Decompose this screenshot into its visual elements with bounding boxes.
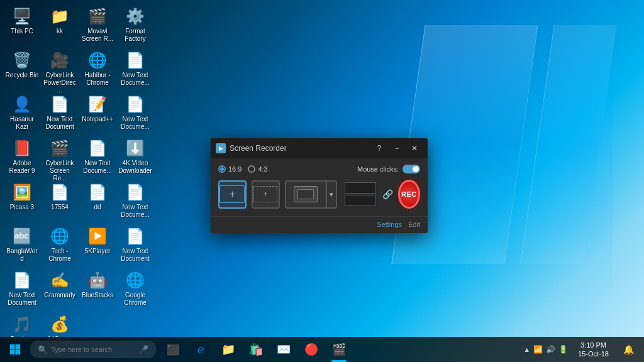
icon-label-new-text-doc5: New Text Docume... [118, 204, 152, 219]
icon-image-new-text-doc2: 📄 [50, 94, 70, 114]
icon-label-4k-video: 4K Video Downloader [118, 160, 152, 175]
ratio-4-3[interactable]: 4:3 [248, 165, 267, 173]
desktop-icon-cyberlink-screen[interactable]: 🎬 CyberLink Screen Re... [41, 135, 79, 178]
desktop-icon-17554[interactable]: 📄 17554 [41, 179, 79, 222]
desktop-icon-habibur-chrome[interactable]: 🌐 Habibur - Chrome [79, 47, 116, 90]
icon-image-new-text-doc5: 📄 [125, 182, 145, 202]
height-input[interactable]: 768 [345, 195, 376, 206]
capture-window-button[interactable] [285, 180, 326, 209]
rec-button[interactable]: REC [398, 180, 420, 209]
dialog-body: 16:9 4:3 Mouse clicks: + [211, 158, 428, 216]
systray-chevron[interactable]: ▲ [523, 346, 530, 353]
desktop-icon-cyberlink-powerdirector[interactable]: 🎥 CyberLink PowerDirec... [41, 47, 79, 90]
desktop-icon-new-text-doc4[interactable]: 📄 New Text Docume... [79, 135, 116, 178]
taskbar-mail[interactable]: ✉️ [270, 337, 297, 362]
icon-image-banglaword: 🔤 [12, 226, 32, 246]
systray-network[interactable]: 📶 [533, 345, 543, 354]
systray-battery[interactable]: 🔋 [558, 345, 568, 354]
desktop-icon-kk[interactable]: 📁 kk [41, 3, 79, 46]
icon-label-new-text-doc6: New Text Document [118, 248, 152, 263]
desktop-icon-google-chrome[interactable]: 🌐 Google Chrome [116, 267, 154, 310]
desktop-icon-tech-chrome[interactable]: 🌐 Tech - Chrome [41, 223, 79, 266]
icon-label-bluestacks: BlueStacks [80, 292, 114, 299]
dialog-close-button[interactable]: ✕ [406, 142, 423, 155]
svg-rect-3 [15, 349, 20, 354]
desktop-icon-this-pc[interactable]: 🖥️ This PC [3, 3, 41, 46]
icon-label-this-pc: This PC [5, 28, 39, 35]
taskbar-clock[interactable]: 3:10 PM 15-Oct-18 [573, 341, 614, 359]
capture-fullscreen-button[interactable]: + [218, 180, 247, 209]
icon-label-kk: kk [43, 28, 77, 35]
icon-label-movavi: Movavi Screen R... [80, 28, 114, 43]
icon-label-format-factory: Format Factory [118, 28, 152, 43]
icon-image-picasa: 🖼️ [12, 182, 32, 202]
desktop-icon-bluestacks[interactable]: 🤖 BlueStacks [79, 267, 116, 310]
icon-label-new-text-doc2: New Text Document [43, 116, 77, 131]
icon-label-new-text-doc3: New Text Docume... [118, 116, 152, 131]
icon-image-cyberlink-powerdirector: 🎥 [50, 50, 70, 70]
desktop-icon-4k-video[interactable]: ⬇️ 4K Video Downloader [116, 135, 154, 178]
edit-link[interactable]: Edit [408, 221, 420, 228]
desktop-icon-notepadpp[interactable]: 📝 Notepad++ [79, 91, 116, 134]
desktop-icon-format-factory[interactable]: ⚙️ Format Factory [116, 3, 154, 46]
radio-4-3-icon [248, 165, 255, 173]
icon-image-format-factory: ⚙️ [125, 6, 145, 26]
desktop-icon-dd[interactable]: 📄 dd [79, 179, 116, 222]
plus-icon: + [230, 189, 235, 200]
dialog-minimize-button[interactable]: − [389, 142, 405, 155]
desktop-icon-grammarly[interactable]: ✍️ Grammarly [41, 267, 79, 310]
desktop-icon-new-text-doc3[interactable]: 📄 New Text Docume... [116, 91, 154, 134]
icon-label-recycle-bin: Recycle Bin [5, 72, 39, 79]
icon-image-new-text-doc3: 📄 [125, 94, 145, 114]
desktop-icon-adobe-reader[interactable]: 📕 Adobe Reader 9 [3, 135, 41, 178]
systray-volume[interactable]: 🔊 [546, 345, 555, 354]
icon-image-kk: 📁 [50, 6, 70, 26]
ratio-4-3-label: 4:3 [258, 165, 267, 173]
icon-image-notepadpp: 📝 [87, 94, 108, 114]
dialog-app-icon: ▶ [216, 143, 226, 153]
settings-link[interactable]: Settings [377, 221, 402, 228]
icon-image-movavi: 🎬 [87, 6, 108, 26]
icon-label-5kplayer: 5KPlayer [80, 248, 114, 255]
taskbar-task-view[interactable]: ⬛ [159, 337, 187, 362]
mouse-clicks-toggle[interactable] [402, 165, 420, 173]
icon-image-new-text-doc4: 📄 [87, 138, 108, 158]
desktop-icon-new-text-doc5[interactable]: 📄 New Text Docume... [116, 179, 154, 222]
dialog-title: Screen Recorder [230, 144, 371, 153]
notification-button[interactable]: 🔔 [619, 337, 638, 362]
desktop-icon-5kplayer[interactable]: ▶️ 5KPlayer [79, 223, 116, 266]
svg-rect-2 [10, 349, 15, 354]
taskbar-edge[interactable]: ℯ [187, 337, 214, 362]
desktop-icon-movavi[interactable]: 🎬 Movavi Screen R... [79, 3, 116, 46]
search-input[interactable] [51, 346, 138, 353]
desktop-icon-new-text-doc2[interactable]: 📄 New Text Document [41, 91, 79, 134]
desktop-icon-recycle-bin[interactable]: 🗑️ Recycle Bin [3, 47, 41, 90]
desktop-icon-banglaword[interactable]: 🔤 BanglaWord [3, 223, 41, 266]
taskbar-app1[interactable]: 🔴 [297, 337, 325, 362]
icon-image-new-text-doc1: 📄 [125, 50, 145, 70]
taskbar-explorer[interactable]: 📁 [214, 337, 242, 362]
taskbar-search[interactable]: 🔍 🎤 [30, 341, 156, 358]
desktop-icon-picasa[interactable]: 🖼️ Picasa 3 [3, 179, 41, 222]
start-button[interactable] [0, 337, 30, 362]
desktop: 🖥️ This PC 📁 kk 🎬 Movavi Screen R... ⚙️ … [0, 0, 644, 362]
taskbar-store[interactable]: 🛍️ [242, 337, 270, 362]
desktop-icon-new-text-doc7[interactable]: 📄 New Text Document [3, 267, 41, 310]
taskbar-screen-rec[interactable]: 🎬 [325, 337, 353, 362]
capture-region-button[interactable]: + [252, 180, 280, 209]
capture-window-group: ▼ [285, 180, 337, 209]
ratio-16-9[interactable]: 16:9 [218, 165, 242, 173]
windows-logo-icon [9, 344, 21, 355]
width-input[interactable]: 1366 [345, 182, 376, 194]
icon-label-new-text-doc4: New Text Docume... [80, 160, 114, 175]
icon-image-new-text-doc6: 📄 [125, 226, 145, 246]
capture-dropdown-arrow[interactable]: ▼ [326, 180, 337, 209]
dialog-help-button[interactable]: ? [371, 142, 387, 155]
dialog-footer: Settings Edit [211, 216, 428, 233]
radio-16-9-icon [218, 165, 226, 173]
icon-label-google-chrome: Google Chrome [118, 292, 152, 307]
desktop-icon-hasanur-kazi[interactable]: 👤 Hasanur Kazi [3, 91, 41, 134]
desktop-icons-container: 🖥️ This PC 📁 kk 🎬 Movavi Screen R... ⚙️ … [3, 3, 154, 355]
desktop-icon-new-text-doc6[interactable]: 📄 New Text Document [116, 223, 154, 266]
desktop-icon-new-text-doc1[interactable]: 📄 New Text Docume... [116, 47, 154, 90]
